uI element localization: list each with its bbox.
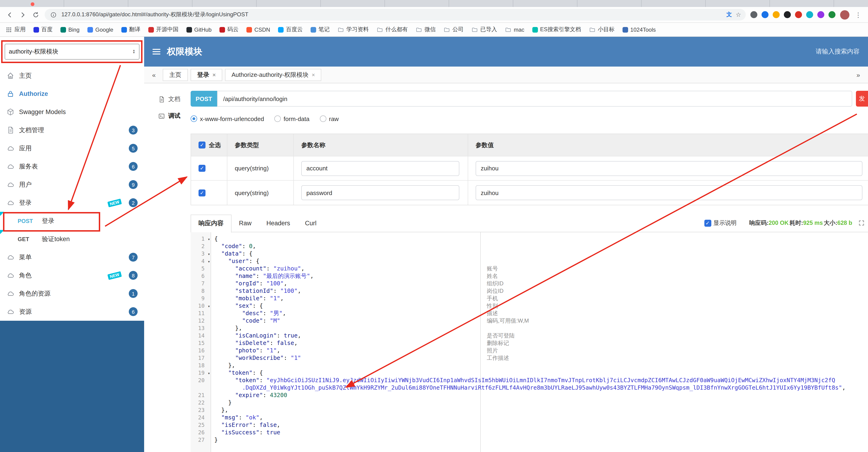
- extension-icon[interactable]: [806, 11, 813, 18]
- translate-icon[interactable]: 文: [726, 11, 732, 19]
- line-number: 6: [201, 273, 205, 279]
- reload-icon[interactable]: [32, 10, 40, 19]
- tabs-scroll-left-icon[interactable]: «: [149, 71, 159, 79]
- request-url-input[interactable]: /api/authority/anno/login: [217, 91, 852, 107]
- radio-icon[interactable]: [274, 115, 281, 122]
- code-line: },: [214, 324, 868, 332]
- address-bar[interactable]: 127.0.0.1:8760/api/gate/doc.html#/author…: [44, 9, 746, 21]
- doc-tab-文档[interactable]: 文档: [144, 91, 191, 108]
- bookmark-item[interactable]: 小目标: [589, 26, 615, 33]
- tab-登录[interactable]: 登录×: [191, 69, 222, 81]
- response-tab-Curl[interactable]: Curl: [298, 214, 324, 232]
- bookmark-star-icon[interactable]: ☆: [736, 11, 741, 18]
- menu-toggle-icon[interactable]: [153, 49, 160, 54]
- row-checkbox[interactable]: ✓: [198, 189, 206, 196]
- favicon: [311, 27, 316, 32]
- bookmark-item[interactable]: Google: [87, 26, 113, 33]
- fold-arrow-icon[interactable]: ▾: [208, 370, 210, 377]
- tab-Authorize-authority-权限模块[interactable]: Authorize-authority-权限模块×: [225, 69, 321, 81]
- show-desc-checkbox[interactable]: ✓: [704, 220, 711, 227]
- param-value-input[interactable]: zuihou: [475, 185, 862, 200]
- content-type-option[interactable]: raw: [320, 115, 339, 122]
- param-value-input[interactable]: zuihou: [475, 161, 862, 176]
- bookmark-item[interactable]: GitHub: [186, 26, 212, 33]
- browser-tabs[interactable]: [0, 0, 868, 7]
- api-item-login-post[interactable]: POST登录: [0, 212, 144, 230]
- info-icon[interactable]: [49, 10, 58, 19]
- sidebar-item-login[interactable]: 登录NEW2: [0, 194, 144, 212]
- tab-主页[interactable]: 主页: [163, 69, 188, 81]
- bookmark-item[interactable]: 已导入: [471, 26, 497, 33]
- sidebar-item-role[interactable]: 角色NEW8: [0, 266, 144, 284]
- browser-menu-icon[interactable]: ⋮: [854, 11, 862, 19]
- sidebar-item-app[interactable]: 应用5: [0, 139, 144, 157]
- sidebar-item-resource[interactable]: 资源6: [0, 303, 144, 321]
- sidebar-item-home[interactable]: 主页: [0, 66, 144, 85]
- fold-arrow-icon[interactable]: ▾: [208, 303, 210, 310]
- bookmark-item[interactable]: Bing: [60, 26, 80, 33]
- bookmark-item[interactable]: mac: [505, 26, 524, 33]
- api-group-select[interactable]: authority-权限模块 ▲▼: [5, 44, 140, 60]
- bookmark-label: 百度云: [286, 26, 303, 33]
- param-name-input[interactable]: password: [301, 185, 459, 200]
- expand-icon[interactable]: [858, 220, 865, 227]
- response-code-area[interactable]: 1▾23▾4▾5678910▾111213141516171819▾202122…: [191, 232, 868, 452]
- fold-arrow-icon[interactable]: ▾: [208, 258, 210, 265]
- content-type-option[interactable]: x-www-form-urlencoded: [191, 115, 264, 122]
- sidebar-item-docs[interactable]: 文档管理3: [0, 121, 144, 139]
- extension-icon[interactable]: [762, 11, 769, 18]
- radio-icon[interactable]: [320, 115, 326, 122]
- bookmark-item[interactable]: 翻译: [121, 26, 140, 33]
- screenshot-root: 127.0.0.1:8760/api/gate/doc.html#/author…: [0, 0, 868, 452]
- window-close-button[interactable]: [31, 2, 34, 6]
- radio-icon[interactable]: [191, 115, 197, 122]
- extension-icon[interactable]: [795, 11, 802, 18]
- sidebar-item-service[interactable]: 服务表6: [0, 157, 144, 175]
- back-icon[interactable]: [6, 10, 14, 19]
- bookmark-item[interactable]: 什么都有: [377, 26, 408, 33]
- tabs-scroll-right-icon[interactable]: »: [853, 71, 863, 79]
- extension-icon[interactable]: [750, 11, 757, 18]
- select-all-checkbox[interactable]: ✓: [198, 142, 206, 148]
- fold-arrow-icon[interactable]: ▾: [208, 235, 210, 243]
- fold-arrow-icon[interactable]: ▾: [208, 250, 210, 258]
- code-token: : {: [242, 250, 252, 257]
- bookmark-item[interactable]: 笔记: [311, 26, 330, 33]
- forward-icon[interactable]: [19, 10, 27, 19]
- profile-avatar[interactable]: [840, 10, 849, 19]
- bookmark-item[interactable]: CSDN: [246, 26, 270, 33]
- bookmark-item[interactable]: 百度云: [278, 26, 303, 33]
- response-tab-Raw[interactable]: Raw: [231, 214, 259, 232]
- sidebar-item-user[interactable]: 用户9: [0, 175, 144, 194]
- bookmark-item[interactable]: 应用: [6, 26, 26, 33]
- bookmark-item[interactable]: 公司: [443, 26, 464, 33]
- send-button[interactable]: 发: [856, 91, 868, 107]
- favicon: [60, 27, 66, 32]
- response-tab-响应内容[interactable]: 响应内容: [191, 214, 231, 232]
- bookmark-item[interactable]: 百度: [33, 26, 53, 33]
- bookmark-item[interactable]: 微信: [415, 26, 436, 33]
- bookmark-item[interactable]: 1024Tools: [622, 26, 656, 33]
- close-tab-icon[interactable]: ×: [312, 72, 315, 78]
- bookmark-item[interactable]: 学习资料: [338, 26, 369, 33]
- row-checkbox[interactable]: ✓: [198, 165, 206, 172]
- content-type-option[interactable]: form-data: [274, 115, 309, 122]
- line-number: 7: [201, 280, 205, 287]
- api-item-verify-token-get[interactable]: GET验证token: [0, 230, 144, 248]
- sidebar-item-role-resource[interactable]: 角色的资源1: [0, 284, 144, 303]
- sidebar-item-menu[interactable]: 菜单7: [0, 248, 144, 266]
- doc-tab-调试[interactable]: 调试: [144, 108, 191, 124]
- extension-icon[interactable]: [829, 11, 835, 18]
- bookmark-item[interactable]: 码云: [219, 26, 239, 33]
- close-tab-icon[interactable]: ×: [213, 72, 216, 78]
- bookmark-item[interactable]: ES搜索引擎文档: [532, 26, 581, 33]
- sidebar-item-swagger-models[interactable]: Swagger Models: [0, 103, 144, 121]
- header-search-input[interactable]: 请输入搜索内容: [816, 48, 860, 56]
- extension-icon[interactable]: [773, 11, 780, 18]
- bookmark-item[interactable]: 开源中国: [148, 26, 178, 33]
- param-name-input[interactable]: account: [301, 161, 459, 176]
- extension-icon[interactable]: [784, 11, 791, 18]
- sidebar-item-authorize[interactable]: Authorize: [0, 85, 144, 103]
- response-tab-Headers[interactable]: Headers: [259, 214, 298, 232]
- extension-icon[interactable]: [817, 11, 824, 18]
